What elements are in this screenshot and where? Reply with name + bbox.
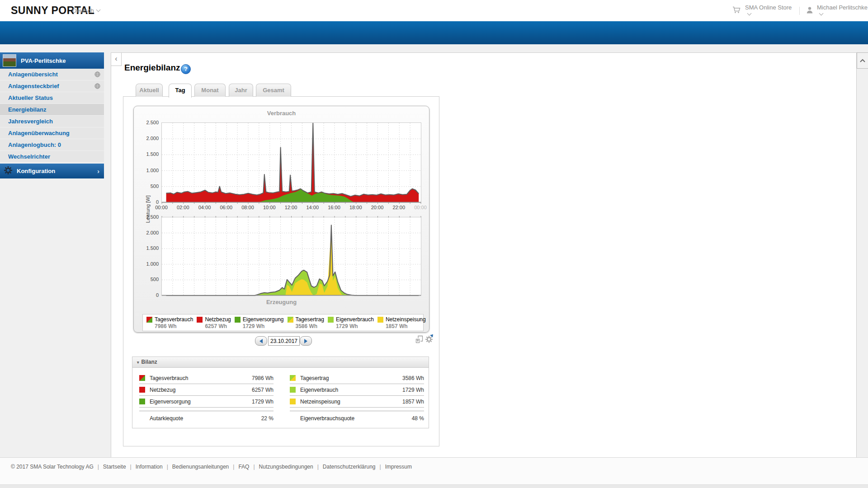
chart-legend: Tagesverbrauch7986 WhNetzbezug6257 WhEig…	[142, 314, 424, 331]
y-axis-title: Leistung [W]	[145, 184, 151, 234]
legend-item-eigenverbrauch: Eigenverbrauch1729 Wh	[324, 316, 374, 331]
arrow-left-icon	[259, 339, 263, 343]
export-icon[interactable]	[415, 335, 423, 345]
sidebar-item-label: Wechselrichter	[8, 153, 50, 160]
lightgreen-swatch	[328, 317, 334, 323]
x-tick-label: 00:00	[155, 205, 168, 210]
next-day-button[interactable]	[300, 336, 312, 346]
y-tick-label: 1.500	[136, 151, 159, 157]
tab-tag[interactable]: Tag	[169, 84, 192, 98]
footer-link-impressum[interactable]: Impressum	[385, 464, 412, 470]
blue-banner	[0, 21, 868, 44]
legend-item-tagesverbrauch: Tagesverbrauch7986 Wh	[143, 316, 193, 331]
scroll-top-button[interactable]	[857, 52, 868, 69]
x-tick-label: 06:00	[220, 205, 232, 210]
user-menu[interactable]: Michael Perlitschke	[817, 4, 868, 18]
bilanz-value: 3586 Wh	[402, 375, 424, 381]
bilanz-value: 1857 Wh	[402, 399, 424, 405]
plant-header[interactable]: PVA-Perlitschke	[0, 52, 104, 69]
red-swatch	[197, 317, 203, 323]
bilanz-left-column: Tagesverbrauch7986 WhNetzbezug6257 WhEig…	[139, 372, 274, 422]
bilanz-header[interactable]: ▾Bilanz	[132, 357, 429, 368]
language-selector[interactable]: Deutsch	[72, 7, 100, 14]
sidebar-item-anlagensteckbrief[interactable]: Anlagensteckbrief	[0, 80, 104, 92]
x-tick-label: 00:00	[414, 205, 427, 210]
cart-icon	[732, 6, 741, 15]
sidebar-item-konfiguration[interactable]: Konfiguration ›	[0, 164, 104, 178]
sidebar-item-label: Anlagenlogbuch: 0	[8, 141, 61, 148]
collapse-triangle-icon: ▾	[137, 360, 139, 365]
sidebar-item-energiebilanz[interactable]: Energiebilanz	[0, 104, 104, 115]
separator: |	[167, 464, 168, 470]
arrow-right-icon	[304, 339, 307, 343]
sidebar-item-wechselrichter[interactable]: Wechselrichter	[0, 151, 104, 162]
red-swatch	[139, 387, 145, 393]
chart-svg-verbrauch	[162, 123, 421, 202]
separator: |	[98, 464, 99, 470]
footer-link-startseite[interactable]: Startseite	[103, 464, 126, 470]
chart-title-erzeugung: Erzeugung	[134, 299, 429, 305]
legend-item-tagesertrag: Tagesertrag3586 Wh	[284, 316, 324, 331]
bilanz-row-eigenversorgung: Eigenversorgung1729 Wh	[139, 396, 274, 408]
sidebar: PVA-Perlitschke AnlagenübersichtAnlagens…	[0, 52, 104, 178]
x-tick-label: 04:00	[198, 205, 211, 210]
y-tick-label: 2.500	[136, 120, 159, 125]
sidebar-item-aktueller-status[interactable]: Aktueller Status	[0, 92, 104, 103]
yellow-swatch	[290, 399, 296, 404]
green-swatch	[235, 317, 241, 323]
footer-link-faq[interactable]: FAQ	[238, 464, 249, 470]
quote-value: 22 %	[261, 415, 274, 422]
collapse-sidebar-button[interactable]: ‹	[111, 53, 122, 66]
bilanz-row-netzeinspeisung: Netzeinspeisung1857 Wh	[290, 396, 424, 408]
total-outline	[166, 225, 419, 296]
help-icon[interactable]: ?	[181, 64, 191, 74]
tab-jahr[interactable]: Jahr	[229, 84, 253, 97]
legend-item-netzbezug: Netzbezug6257 Wh	[193, 316, 231, 331]
footer-link-bedienungsanleitungen[interactable]: Bedienungsanleitungen	[172, 464, 229, 470]
y-tick-label: 2.000	[136, 136, 159, 141]
config-label: Konfiguration	[17, 168, 55, 174]
sidebar-item-anlagen-bersicht[interactable]: Anlagenübersicht	[0, 69, 104, 80]
previous-day-button[interactable]	[255, 336, 267, 346]
sidebar-item-anlagen-berwachung[interactable]: Anlagenüberwachung	[0, 127, 104, 139]
legend-value: 1729 Wh	[336, 323, 374, 329]
x-tick-label: 22:00	[392, 205, 405, 210]
language-label: Deutsch	[72, 7, 94, 14]
divider	[799, 7, 800, 15]
plant-thumbnail	[3, 54, 16, 67]
chart-title-verbrauch: Verbrauch	[134, 110, 429, 117]
legend-item-netzeinspeisung: Netzeinspeisung1857 Wh	[374, 316, 426, 331]
store-menu[interactable]: SMA Online Store	[745, 4, 793, 18]
footer-link-nutzungsbedingungen[interactable]: Nutzungsbedingungen	[259, 464, 313, 470]
split-consumption-swatch	[146, 317, 152, 323]
sidebar-item-jahresvergleich[interactable]: Jahresvergleich	[0, 116, 104, 127]
settings-gear-icon[interactable]	[425, 335, 433, 345]
legend-label: Eigenversorgung	[243, 316, 284, 323]
y-tick-label: 2.500	[136, 214, 159, 220]
sidebar-item-anlagenlogbuch-0[interactable]: Anlagenlogbuch: 0	[0, 139, 104, 150]
bilanz-panel: ▾Bilanz Tagesverbrauch7986 WhNetzbezug62…	[132, 357, 429, 428]
legend-value: 7986 Wh	[155, 323, 193, 329]
store-label: SMA Online Store	[745, 4, 792, 11]
separator: |	[317, 464, 319, 470]
tab-monat[interactable]: Monat	[194, 84, 226, 97]
bilanz-label: Tagesertrag	[300, 375, 329, 381]
bilanz-value: 6257 Wh	[252, 387, 274, 393]
footer-link-datenschutzerkl-rung[interactable]: Datenschutzerklärung	[323, 464, 376, 470]
copyright: © 2017 SMA Solar Technology AG	[11, 464, 94, 470]
footer-link-information[interactable]: Information	[136, 464, 163, 470]
tab-bar: AktuellTagMonatJahrGesamt	[136, 84, 291, 98]
tab-aktuell[interactable]: Aktuell	[136, 84, 163, 97]
x-tick-label: 12:00	[285, 205, 297, 210]
legend-label: Eigenverbrauch	[336, 316, 374, 323]
split-yield-swatch	[290, 375, 296, 381]
chevron-down-icon	[819, 11, 824, 15]
quote-label: Autarkiequote	[150, 415, 183, 422]
y-tick-label: 500	[136, 277, 159, 282]
legend-label: Netzeinspeisung	[386, 316, 426, 323]
tab-gesamt[interactable]: Gesamt	[256, 84, 291, 97]
split-yield-swatch	[288, 317, 293, 323]
date-input[interactable]	[268, 336, 300, 346]
bilanz-label: Netzbezug	[150, 387, 175, 393]
separator: |	[130, 464, 132, 470]
